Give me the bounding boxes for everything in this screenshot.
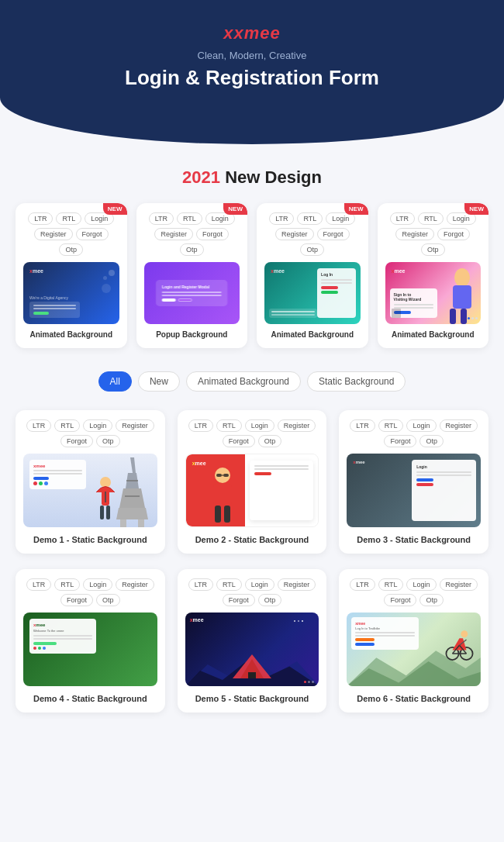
demo-card-6[interactable]: LTR RTL Login Register Forgot Otp <box>339 569 488 713</box>
tag-register: Register <box>395 228 434 240</box>
demo-card-1[interactable]: LTR RTL Login Register Forgot Otp xmee <box>16 410 165 554</box>
svg-rect-22 <box>223 474 229 477</box>
card-thumbnail: xmee <box>185 454 319 527</box>
demo-card-5[interactable]: LTR RTL Login Register Forgot Otp xmee <box>178 569 327 713</box>
svg-rect-3 <box>461 309 467 324</box>
tag-ltr: LTR <box>188 419 213 432</box>
filter-bar: All New Animated Background Static Backg… <box>16 371 488 392</box>
tag-forgot: Forgot <box>317 228 350 240</box>
demo-card-2[interactable]: LTR RTL Login Register Forgot Otp xmee <box>178 410 327 554</box>
tag-login: Login <box>83 419 112 432</box>
tag-rtl: RTL <box>54 419 80 432</box>
tag-rtl: RTL <box>177 212 202 225</box>
card-label: Demo 3 - Static Background <box>347 535 481 544</box>
svg-rect-2 <box>450 309 456 324</box>
tag-register: Register <box>440 578 478 591</box>
svg-rect-9 <box>138 519 144 527</box>
card-label: Animated Background <box>385 330 482 339</box>
svg-point-0 <box>454 268 470 287</box>
card-label: Demo 6 - Static Background <box>347 694 481 703</box>
svg-rect-14 <box>100 506 104 519</box>
tag-otp: Otp <box>96 435 120 447</box>
card-thumbnail: xmee We're a Digital Agency <box>23 262 119 324</box>
tag-register: Register <box>440 419 478 432</box>
demo-card-3[interactable]: LTR RTL Login Register Forgot Otp Login … <box>339 410 488 554</box>
tag-otp: Otp <box>258 594 282 606</box>
card-tags: LTR RTL Login Register Forgot Otp <box>347 578 481 606</box>
new-badge: NEW <box>464 203 488 215</box>
new-badge: NEW <box>223 203 247 215</box>
new-card-3[interactable]: NEW LTR RTL Login Register Forgot Otp xm… <box>257 203 368 348</box>
tag-register: Register <box>116 578 154 591</box>
tag-ltr: LTR <box>188 578 213 591</box>
card-thumbnail: xmee <box>185 613 319 686</box>
card-tags: LTR RTL Login Register Forgot Otp <box>23 578 157 606</box>
svg-rect-18 <box>213 484 232 506</box>
svg-rect-20 <box>224 506 230 523</box>
demo-grid-2: LTR RTL Login Register Forgot Otp xmee W… <box>16 569 488 713</box>
card-tags: LTR RTL Login Register Forgot Otp <box>23 212 119 256</box>
tag-login: Login <box>83 578 112 591</box>
card-tags: LTR RTL Login Register Forgot Otp <box>185 578 319 606</box>
tag-forgot: Forgot <box>223 594 255 606</box>
tag-rtl: RTL <box>418 212 444 225</box>
tag-ltr: LTR <box>390 212 415 225</box>
svg-marker-6 <box>119 488 145 508</box>
svg-point-12 <box>100 477 111 488</box>
header-subtitle: Clean, Modern, Creative <box>16 50 488 61</box>
tag-otp: Otp <box>258 435 282 447</box>
filter-all[interactable]: All <box>98 371 132 392</box>
tag-login: Login <box>245 578 274 591</box>
svg-rect-8 <box>120 519 126 527</box>
tag-otp: Otp <box>59 243 83 256</box>
filter-animated[interactable]: Animated Background <box>186 371 301 392</box>
tag-rtl: RTL <box>378 578 404 591</box>
main-content: 2021 New Design NEW LTR RTL Login Regist… <box>0 144 504 751</box>
svg-rect-15 <box>106 506 110 519</box>
tag-login: Login <box>406 419 436 432</box>
tag-rtl: RTL <box>297 212 323 225</box>
svg-rect-28 <box>248 672 256 678</box>
new-badge: NEW <box>344 203 368 215</box>
filter-static[interactable]: Static Background <box>307 371 406 392</box>
tag-rtl: RTL <box>216 419 242 432</box>
card-thumbnail: xmee Sign In toVisiting Wizard <box>385 262 482 324</box>
new-design-grid: NEW LTR RTL Login Register Forgot Otp xm… <box>16 203 488 348</box>
card-label: Demo 1 - Static Background <box>23 535 157 544</box>
tag-rtl: RTL <box>56 212 81 225</box>
tag-forgot: Forgot <box>223 435 255 447</box>
card-thumbnail: xmee Welcome To the xmee <box>23 613 157 686</box>
svg-rect-1 <box>453 285 471 309</box>
year-highlight: 2021 <box>182 167 220 187</box>
card-thumbnail: Login and Register Modal <box>144 262 240 324</box>
tag-ltr: LTR <box>350 578 375 591</box>
tag-register: Register <box>154 228 193 240</box>
tag-ltr: LTR <box>269 212 294 225</box>
card-thumbnail: xmee Log In <box>264 262 361 324</box>
card-tags: LTR RTL Login Register Forgot Otp <box>347 419 481 447</box>
card-tags: LTR RTL Login Register Forgot Otp <box>23 419 157 447</box>
tag-otp: Otp <box>300 243 324 256</box>
tag-otp: Otp <box>96 594 120 606</box>
card-label: Popup Background <box>144 330 240 339</box>
tag-forgot: Forgot <box>196 228 229 240</box>
section-title-rest: New Design <box>220 167 322 187</box>
svg-point-33 <box>461 630 468 637</box>
tag-forgot: Forgot <box>60 594 93 606</box>
card-label: Demo 5 - Static Background <box>185 694 319 703</box>
tag-register: Register <box>34 228 73 240</box>
tag-otp: Otp <box>419 435 444 447</box>
new-card-4[interactable]: NEW LTR RTL Login Register Forgot Otp xm… <box>378 203 489 348</box>
tag-otp: Otp <box>180 243 204 256</box>
tag-rtl: RTL <box>54 578 80 591</box>
new-card-2[interactable]: NEW LTR RTL Login Register Forgot Otp Lo… <box>136 203 248 348</box>
tag-register: Register <box>278 419 316 432</box>
new-card-1[interactable]: NEW LTR RTL Login Register Forgot Otp xm… <box>16 203 127 348</box>
tag-rtl: RTL <box>216 578 242 591</box>
svg-marker-7 <box>116 508 148 519</box>
card-label: Animated Background <box>264 330 361 339</box>
tag-register: Register <box>116 419 154 432</box>
demo-card-4[interactable]: LTR RTL Login Register Forgot Otp xmee W… <box>16 569 165 713</box>
tag-login: Login <box>245 419 274 432</box>
filter-new[interactable]: New <box>138 371 180 392</box>
